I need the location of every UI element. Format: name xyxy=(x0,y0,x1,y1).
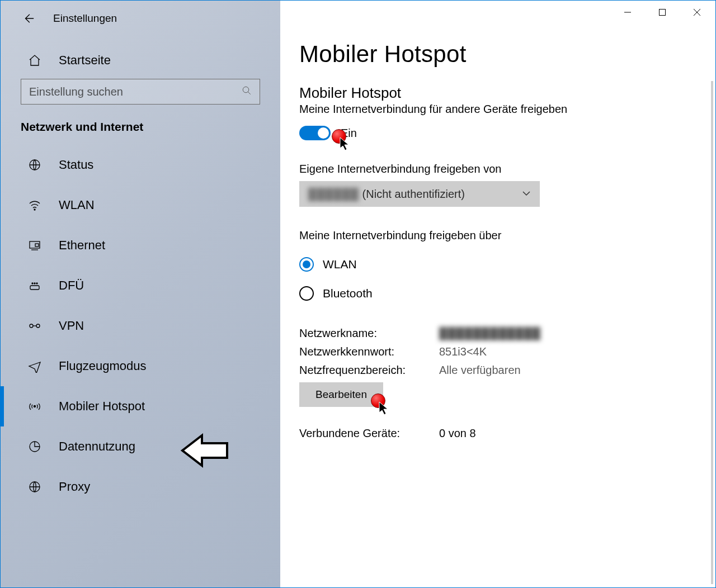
wifi-icon xyxy=(27,198,42,212)
sidebar-home[interactable]: Startseite xyxy=(1,32,280,79)
share-over-label: Meine Internetverbindung freigeben über xyxy=(299,229,715,242)
dialup-icon xyxy=(27,278,42,293)
share-from-label: Eigene Internetverbindung freigeben von xyxy=(299,163,715,176)
svg-rect-5 xyxy=(30,286,39,290)
pie-icon xyxy=(27,439,42,454)
hotspot-icon xyxy=(27,399,42,414)
radio-wlan[interactable]: WLAN xyxy=(299,250,715,279)
network-password-value: 851i3<4K xyxy=(439,345,487,358)
radio-icon xyxy=(299,257,314,272)
svg-point-9 xyxy=(30,324,33,328)
sidebar-item-airplane[interactable]: Flugzeugmodus xyxy=(1,346,280,386)
network-password-label: Netzwerkkennwort: xyxy=(299,345,439,358)
connected-devices-label: Verbundene Geräte: xyxy=(299,427,439,440)
svg-point-6 xyxy=(32,283,33,284)
sidebar-item-hotspot[interactable]: Mobiler Hotspot xyxy=(1,386,280,426)
sidebar-item-label: Datennutzung xyxy=(59,439,135,454)
sidebar-item-status[interactable]: Status xyxy=(1,145,280,185)
sidebar-item-proxy[interactable]: Proxy xyxy=(1,467,280,507)
sidebar-item-label: VPN xyxy=(59,319,84,333)
svg-point-11 xyxy=(34,406,36,407)
sidebar-item-label: Proxy xyxy=(59,480,90,494)
connected-devices-value: 0 von 8 xyxy=(439,427,476,440)
sidebar-item-label: Status xyxy=(59,158,93,172)
svg-point-10 xyxy=(36,324,40,328)
search-placeholder: Einstellung suchen xyxy=(29,86,242,98)
settings-window: Einstellungen Startseite Einstellung suc… xyxy=(0,0,716,588)
svg-rect-14 xyxy=(660,10,666,16)
share-from-value-redacted: ██████ xyxy=(308,188,359,200)
sidebar-item-wlan[interactable]: WLAN xyxy=(1,185,280,225)
arrow-left-icon xyxy=(22,12,35,25)
vpn-icon xyxy=(27,319,42,333)
svg-point-8 xyxy=(36,283,37,284)
share-from-value-suffix: (Nicht authentifiziert) xyxy=(362,188,465,200)
sidebar-item-dialup[interactable]: DFÜ xyxy=(1,265,280,306)
svg-point-7 xyxy=(34,283,35,284)
search-icon xyxy=(242,86,252,98)
globe-icon xyxy=(27,480,42,494)
home-icon xyxy=(27,53,42,68)
svg-rect-4 xyxy=(35,244,39,246)
svg-point-2 xyxy=(34,209,35,210)
hotspot-toggle[interactable] xyxy=(299,126,331,140)
sidebar-item-ethernet[interactable]: Ethernet xyxy=(1,225,280,265)
network-band-label: Netzfrequenzbereich: xyxy=(299,364,439,377)
content-pane: Mobiler Hotspot Mobiler Hotspot Meine In… xyxy=(280,1,715,587)
sidebar-item-label: Ethernet xyxy=(59,238,105,253)
home-label: Startseite xyxy=(59,53,111,68)
close-button[interactable] xyxy=(680,2,714,23)
app-title: Einstellungen xyxy=(53,12,117,25)
radio-bluetooth[interactable]: Bluetooth xyxy=(299,279,715,308)
back-button[interactable] xyxy=(21,11,36,26)
cursor-icon xyxy=(379,401,390,416)
sidebar-category: Netzwerk und Internet xyxy=(1,105,280,139)
edit-button-label: Bearbeiten xyxy=(315,388,367,401)
sidebar-item-label: Mobiler Hotspot xyxy=(59,399,145,414)
airplane-icon xyxy=(27,359,42,373)
hotspot-section-subtitle: Meine Internetverbindung für andere Gerä… xyxy=(299,103,715,116)
sidebar-item-vpn[interactable]: VPN xyxy=(1,306,280,346)
maximize-button[interactable] xyxy=(645,2,680,23)
ethernet-icon xyxy=(27,238,42,253)
globe-icon xyxy=(27,158,42,172)
network-name-value: ████████████ xyxy=(439,327,541,340)
sidebar-item-label: WLAN xyxy=(59,198,95,212)
window-controls xyxy=(610,2,714,23)
sidebar-nav: Status WLAN Ethernet DFÜ VPN Flugzeugmod… xyxy=(1,145,280,507)
sidebar-item-label: Flugzeugmodus xyxy=(59,359,147,373)
chevron-down-icon xyxy=(522,188,531,201)
edit-button[interactable]: Bearbeiten xyxy=(299,382,383,407)
svg-rect-3 xyxy=(30,241,40,248)
share-from-dropdown[interactable]: ██████ (Nicht authentifiziert) xyxy=(299,181,540,207)
search-input[interactable]: Einstellung suchen xyxy=(21,79,260,105)
sidebar-item-label: DFÜ xyxy=(59,278,84,293)
minimize-button[interactable] xyxy=(610,2,645,23)
radio-icon xyxy=(299,286,314,301)
radio-label: Bluetooth xyxy=(323,287,373,300)
radio-label: WLAN xyxy=(323,258,357,271)
scrollbar[interactable] xyxy=(711,81,713,584)
sidebar-item-datausage[interactable]: Datennutzung xyxy=(1,426,280,467)
network-band-value: Alle verfügbaren xyxy=(439,364,521,377)
svg-point-0 xyxy=(243,87,249,93)
hotspot-section-title: Mobiler Hotspot xyxy=(299,84,715,102)
sidebar: Einstellungen Startseite Einstellung suc… xyxy=(1,1,280,587)
cursor-icon xyxy=(340,137,351,151)
network-name-label: Netzwerkname: xyxy=(299,327,439,340)
